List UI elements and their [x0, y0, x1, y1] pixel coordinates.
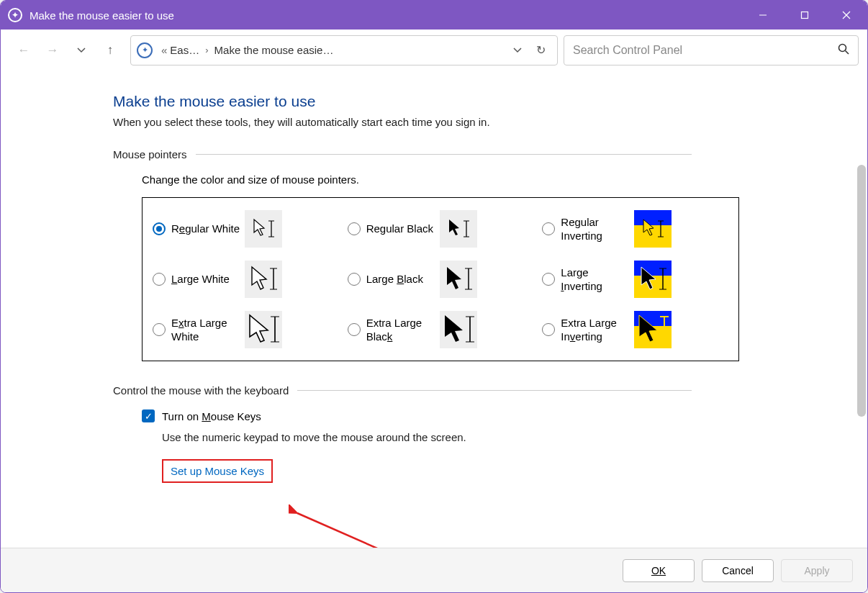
ease-of-access-icon: ✦	[8, 8, 22, 22]
option-regular-black[interactable]: Regular Black	[343, 204, 538, 254]
pointer-desc: Change the color and size of mouse point…	[142, 173, 692, 186]
option-xl-black[interactable]: Extra Large Black	[343, 304, 538, 355]
page-title: Make the mouse easier to use	[113, 93, 692, 110]
option-large-black[interactable]: Large Black	[343, 254, 538, 304]
address-bar[interactable]: ✦ « Eas… › Make the mouse easie… ↻	[130, 35, 558, 65]
control-panel-window: ✦ Make the mouse easier to use ← → ↑ ✦ «…	[0, 0, 868, 593]
section-keyboard-control: Control the mouse with the keyboard	[113, 384, 692, 397]
recent-dropdown[interactable]	[67, 36, 96, 65]
option-regular-inverting[interactable]: Regular Inverting	[538, 204, 733, 254]
option-xl-inverting[interactable]: Extra Large Inverting	[538, 304, 733, 355]
maximize-button[interactable]	[784, 1, 826, 30]
back-button[interactable]: ←	[9, 36, 38, 65]
preview-regular-black	[440, 210, 477, 248]
control-panel-icon: ✦	[137, 42, 153, 58]
radio-regular-black[interactable]	[348, 222, 361, 235]
radio-regular-white[interactable]	[153, 222, 166, 235]
up-button[interactable]: ↑	[96, 36, 125, 65]
svg-rect-1	[802, 12, 808, 19]
setup-mouse-keys-highlight: Set up Mouse Keys	[162, 459, 273, 483]
chevron-right-icon: ›	[205, 45, 208, 55]
breadcrumb-item-1[interactable]: Eas…	[170, 44, 199, 56]
radio-xl-white[interactable]	[153, 323, 166, 336]
ok-button[interactable]: OK	[623, 559, 695, 582]
apply-button[interactable]: Apply	[781, 559, 853, 582]
pointer-grid: Regular White Regular Black Regular Inve…	[142, 197, 739, 361]
refresh-button[interactable]: ↻	[530, 43, 551, 57]
breadcrumb-item-2[interactable]: Make the mouse easie…	[214, 44, 334, 56]
mouse-keys-label: Turn on Mouse Keys	[162, 410, 261, 422]
page-content: Make the mouse easier to use When you se…	[1, 71, 735, 497]
setup-mouse-keys-link[interactable]: Set up Mouse Keys	[171, 465, 264, 477]
radio-xl-black[interactable]	[348, 323, 361, 336]
scrollbar[interactable]	[857, 165, 866, 417]
radio-large-white[interactable]	[153, 273, 166, 286]
option-xl-white[interactable]: Extra Large White	[148, 304, 343, 355]
preview-xl-inverting	[634, 311, 672, 348]
preview-regular-inverting	[634, 210, 672, 248]
navigation-bar: ← → ↑ ✦ « Eas… › Make the mouse easie… ↻	[1, 30, 867, 71]
button-bar: OK Cancel Apply	[1, 548, 867, 592]
forward-button[interactable]: →	[38, 36, 67, 65]
close-button[interactable]	[826, 1, 867, 30]
mouse-keys-checkbox-row[interactable]: ✓ Turn on Mouse Keys	[142, 409, 692, 422]
mouse-keys-checkbox[interactable]: ✓	[142, 409, 155, 422]
preview-large-inverting	[634, 261, 672, 298]
preview-regular-white	[245, 210, 282, 248]
radio-large-black[interactable]	[348, 273, 361, 286]
preview-large-black	[440, 261, 477, 298]
radio-regular-inverting[interactable]	[542, 222, 555, 235]
minimize-button[interactable]	[742, 1, 784, 30]
titlebar: ✦ Make the mouse easier to use	[1, 1, 867, 30]
svg-point-4	[839, 45, 846, 52]
search-icon[interactable]	[838, 43, 849, 57]
window-title: Make the mouse easier to use	[30, 9, 742, 22]
breadcrumb-overflow[interactable]: «	[161, 44, 167, 56]
preview-xl-white	[245, 311, 282, 348]
preview-large-white	[245, 261, 282, 298]
search-box[interactable]	[564, 35, 859, 65]
page-subtitle: When you select these tools, they will a…	[113, 116, 692, 128]
option-large-white[interactable]: Large White	[148, 254, 343, 304]
option-regular-white[interactable]: Regular White	[148, 204, 343, 254]
search-input[interactable]	[573, 44, 838, 57]
cancel-button[interactable]: Cancel	[702, 559, 774, 582]
address-dropdown[interactable]	[505, 45, 530, 55]
svg-line-5	[846, 51, 849, 55]
radio-large-inverting[interactable]	[542, 273, 555, 286]
mouse-keys-desc: Use the numeric keypad to move the mouse…	[162, 431, 692, 443]
preview-xl-black	[440, 311, 477, 348]
option-large-inverting[interactable]: Large Inverting	[538, 254, 733, 304]
radio-xl-inverting[interactable]	[542, 323, 555, 336]
content-area: Make the mouse easier to use When you se…	[1, 71, 867, 548]
section-mouse-pointers: Mouse pointers	[113, 148, 692, 160]
window-controls	[742, 1, 867, 30]
